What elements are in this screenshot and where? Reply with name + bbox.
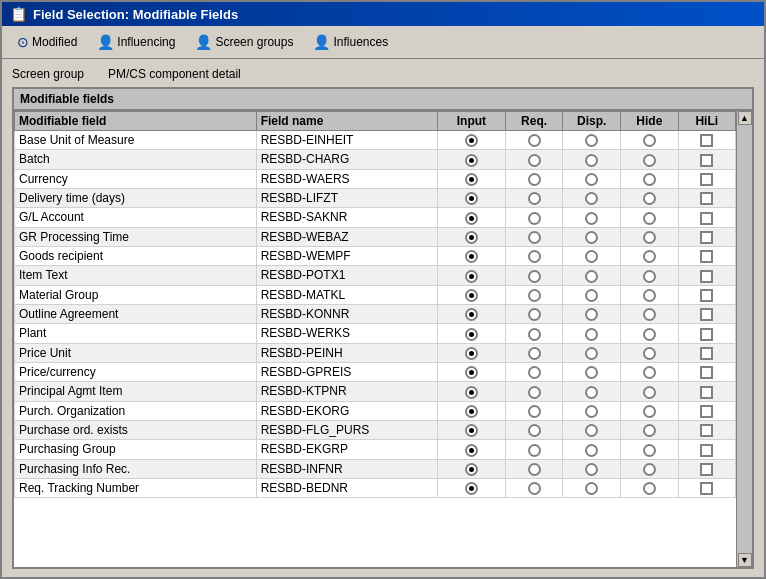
disp-radio[interactable] <box>563 266 621 285</box>
hili-checkbox[interactable] <box>678 478 735 497</box>
disp-radio[interactable] <box>563 324 621 343</box>
hili-checkbox[interactable] <box>678 208 735 227</box>
hide-radio[interactable] <box>621 169 678 188</box>
hili-checkbox[interactable] <box>678 169 735 188</box>
input-radio[interactable] <box>437 208 505 227</box>
disp-radio[interactable] <box>563 285 621 304</box>
disp-radio[interactable] <box>563 169 621 188</box>
req-radio[interactable] <box>505 459 562 478</box>
scrollbar[interactable]: ▲ ▼ <box>736 111 752 567</box>
disp-radio[interactable] <box>563 401 621 420</box>
hide-radio[interactable] <box>621 285 678 304</box>
hili-checkbox[interactable] <box>678 131 735 150</box>
hili-checkbox[interactable] <box>678 343 735 362</box>
disp-radio[interactable] <box>563 227 621 246</box>
req-radio[interactable] <box>505 420 562 439</box>
table-container[interactable]: Modifiable field Field name Input Req. D… <box>14 111 736 567</box>
hide-radio[interactable] <box>621 343 678 362</box>
hide-radio[interactable] <box>621 150 678 169</box>
req-radio[interactable] <box>505 440 562 459</box>
input-radio[interactable] <box>437 188 505 207</box>
hide-radio[interactable] <box>621 266 678 285</box>
hide-radio[interactable] <box>621 382 678 401</box>
hide-radio[interactable] <box>621 420 678 439</box>
disp-radio[interactable] <box>563 440 621 459</box>
disp-radio[interactable] <box>563 459 621 478</box>
hili-checkbox[interactable] <box>678 188 735 207</box>
hili-checkbox[interactable] <box>678 324 735 343</box>
disp-radio[interactable] <box>563 478 621 497</box>
req-radio[interactable] <box>505 285 562 304</box>
hili-checkbox[interactable] <box>678 227 735 246</box>
input-radio[interactable] <box>437 266 505 285</box>
hili-checkbox[interactable] <box>678 459 735 478</box>
disp-radio[interactable] <box>563 362 621 381</box>
input-radio[interactable] <box>437 285 505 304</box>
hili-checkbox[interactable] <box>678 362 735 381</box>
input-radio[interactable] <box>437 440 505 459</box>
input-radio[interactable] <box>437 150 505 169</box>
hili-checkbox[interactable] <box>678 285 735 304</box>
req-radio[interactable] <box>505 382 562 401</box>
req-radio[interactable] <box>505 478 562 497</box>
req-radio[interactable] <box>505 324 562 343</box>
input-radio[interactable] <box>437 324 505 343</box>
disp-radio[interactable] <box>563 150 621 169</box>
hide-radio[interactable] <box>621 478 678 497</box>
req-radio[interactable] <box>505 401 562 420</box>
input-radio[interactable] <box>437 478 505 497</box>
hide-radio[interactable] <box>621 131 678 150</box>
req-radio[interactable] <box>505 131 562 150</box>
disp-radio[interactable] <box>563 382 621 401</box>
req-radio[interactable] <box>505 266 562 285</box>
disp-radio[interactable] <box>563 131 621 150</box>
scroll-up-button[interactable]: ▲ <box>738 111 752 125</box>
hide-radio[interactable] <box>621 459 678 478</box>
hili-checkbox[interactable] <box>678 266 735 285</box>
disp-radio[interactable] <box>563 208 621 227</box>
input-radio[interactable] <box>437 227 505 246</box>
hili-checkbox[interactable] <box>678 401 735 420</box>
hide-radio[interactable] <box>621 246 678 265</box>
influencing-button[interactable]: 👤 Influencing <box>88 30 184 54</box>
hide-radio[interactable] <box>621 440 678 459</box>
disp-radio[interactable] <box>563 343 621 362</box>
input-radio[interactable] <box>437 382 505 401</box>
hide-radio[interactable] <box>621 401 678 420</box>
disp-radio[interactable] <box>563 246 621 265</box>
hili-checkbox[interactable] <box>678 304 735 323</box>
req-radio[interactable] <box>505 246 562 265</box>
req-radio[interactable] <box>505 150 562 169</box>
hide-radio[interactable] <box>621 304 678 323</box>
input-radio[interactable] <box>437 420 505 439</box>
hili-checkbox[interactable] <box>678 440 735 459</box>
screen-groups-button[interactable]: 👤 Screen groups <box>186 30 302 54</box>
input-radio[interactable] <box>437 131 505 150</box>
input-radio[interactable] <box>437 401 505 420</box>
input-radio[interactable] <box>437 246 505 265</box>
hide-radio[interactable] <box>621 208 678 227</box>
req-radio[interactable] <box>505 304 562 323</box>
req-radio[interactable] <box>505 362 562 381</box>
disp-radio[interactable] <box>563 304 621 323</box>
input-radio[interactable] <box>437 459 505 478</box>
input-radio[interactable] <box>437 362 505 381</box>
req-radio[interactable] <box>505 208 562 227</box>
input-radio[interactable] <box>437 343 505 362</box>
modified-button[interactable]: ⊙ Modified <box>8 30 86 54</box>
req-radio[interactable] <box>505 227 562 246</box>
hili-checkbox[interactable] <box>678 150 735 169</box>
hide-radio[interactable] <box>621 324 678 343</box>
req-radio[interactable] <box>505 343 562 362</box>
influences-button[interactable]: 👤 Influences <box>304 30 397 54</box>
hide-radio[interactable] <box>621 188 678 207</box>
hide-radio[interactable] <box>621 362 678 381</box>
req-radio[interactable] <box>505 169 562 188</box>
disp-radio[interactable] <box>563 420 621 439</box>
hide-radio[interactable] <box>621 227 678 246</box>
hili-checkbox[interactable] <box>678 246 735 265</box>
hili-checkbox[interactable] <box>678 382 735 401</box>
disp-radio[interactable] <box>563 188 621 207</box>
scroll-down-button[interactable]: ▼ <box>738 553 752 567</box>
hili-checkbox[interactable] <box>678 420 735 439</box>
